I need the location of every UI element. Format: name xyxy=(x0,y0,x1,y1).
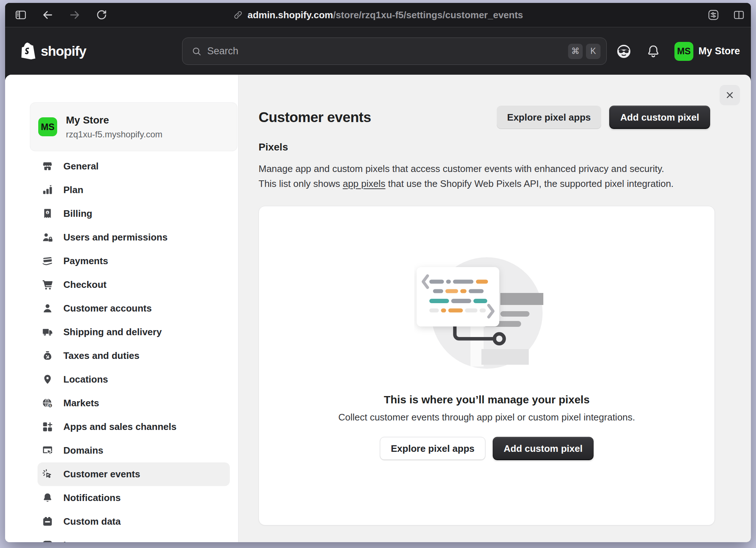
customer-events-icon xyxy=(42,469,53,480)
search-placeholder: Search xyxy=(207,46,568,57)
sidebar-item-taxes-and-duties[interactable]: Taxes and duties xyxy=(38,344,230,368)
sidebar-item-label: Apps and sales channels xyxy=(63,421,177,432)
page-header: Customer events Explore pixel apps Add c… xyxy=(259,106,710,129)
empty-state-actions: Explore pixel apps Add custom pixel xyxy=(380,437,593,460)
account-menu[interactable]: MS My Store xyxy=(674,42,740,61)
forward-icon[interactable] xyxy=(68,9,81,21)
languages-icon: A xyxy=(42,540,53,542)
checkout-icon xyxy=(42,279,53,290)
svg-text:$: $ xyxy=(47,211,48,214)
close-icon xyxy=(724,90,735,101)
sidebar-item-payments[interactable]: Payments xyxy=(38,249,230,273)
shopify-wordmark: shopify xyxy=(41,44,86,59)
storefront-icon xyxy=(42,161,53,172)
close-button[interactable] xyxy=(720,85,740,105)
sidebar-item-shipping-and-delivery[interactable]: Shipping and delivery xyxy=(38,320,230,344)
shopify-header: shopify Search ⌘ K MS My Store xyxy=(5,27,751,75)
sidebar-item-label: Locations xyxy=(63,374,108,385)
sidekick-icon[interactable] xyxy=(615,43,632,60)
empty-state-subtitle: Collect customer events through app pixe… xyxy=(338,412,635,423)
store-name: My Store xyxy=(66,114,162,126)
plan-icon xyxy=(42,184,53,196)
customer-events-page: Customer events Explore pixel apps Add c… xyxy=(239,75,751,542)
pixels-illustration xyxy=(414,250,560,383)
sidebar-item-label: Shipping and delivery xyxy=(63,326,162,338)
split-view-icon[interactable] xyxy=(733,9,745,21)
settings-nav: General Plan $ Billing Users and permiss… xyxy=(38,154,230,542)
sidebar-item-markets[interactable]: $ Markets xyxy=(38,391,230,415)
taxes-icon xyxy=(42,350,53,361)
back-icon[interactable] xyxy=(42,9,54,21)
store-card: MS My Store rzq1xu-f5.myshopify.com xyxy=(30,102,237,151)
notifications-bell-icon[interactable] xyxy=(646,44,661,59)
sidebar-item-apps-and-sales-channels[interactable]: Apps and sales channels xyxy=(38,415,230,439)
shopify-logo[interactable]: shopify xyxy=(21,27,86,75)
sidebar-item-label: Custom data xyxy=(63,516,121,527)
url-path: /store/rzq1xu-f5/settings/customer_event… xyxy=(333,9,523,20)
toolbar-actions-group xyxy=(707,9,751,21)
billing-icon: $ xyxy=(42,208,53,219)
explore-pixel-apps-button[interactable]: Explore pixel apps xyxy=(497,106,602,129)
sidebar-item-billing[interactable]: $ Billing xyxy=(38,202,230,226)
description-line2-post: that use the Shopify Web Pixels API, the… xyxy=(385,178,674,189)
store-meta: My Store rzq1xu-f5.myshopify.com xyxy=(66,114,162,140)
sidebar-item-label: General xyxy=(63,161,99,172)
store-avatar: MS xyxy=(674,42,693,61)
sidebar-item-languages[interactable]: A Languages xyxy=(38,533,230,542)
sidebar-item-label: Plan xyxy=(63,184,83,196)
sidebar-item-checkout[interactable]: Checkout xyxy=(38,273,230,297)
sidebar-item-locations[interactable]: Locations xyxy=(38,368,230,391)
reload-icon[interactable] xyxy=(95,9,108,21)
search-icon xyxy=(191,46,202,57)
store-domain: rzq1xu-f5.myshopify.com xyxy=(66,129,162,140)
custom-data-icon xyxy=(42,516,53,527)
apps-icon xyxy=(42,421,53,432)
customer-accounts-icon xyxy=(42,303,53,314)
header-actions: MS My Store xyxy=(615,27,740,75)
sidebar-item-label: Customer events xyxy=(63,469,140,480)
desktop: admin.shopify.com/store/rzq1xu-f5/settin… xyxy=(0,0,756,548)
sidebar-item-plan[interactable]: Plan xyxy=(38,178,230,202)
pixels-section-title: Pixels xyxy=(259,141,288,153)
sidebar-item-domains[interactable]: Domains xyxy=(38,439,230,462)
sidebar-item-label: Customer accounts xyxy=(63,303,152,314)
payments-icon xyxy=(42,255,53,267)
page-title: Customer events xyxy=(259,109,371,125)
k-key-badge: K xyxy=(586,44,601,59)
shopify-bag-icon xyxy=(21,42,37,60)
locations-icon xyxy=(42,374,53,385)
sidebar-toggle-icon[interactable] xyxy=(15,9,27,21)
sidebar-item-custom-data[interactable]: Custom data xyxy=(38,510,230,533)
sidebar-item-label: Checkout xyxy=(63,279,106,290)
customize-icon[interactable] xyxy=(707,9,720,21)
sidebar-item-label: Payments xyxy=(63,255,108,267)
app-pixels-link[interactable]: app pixels xyxy=(343,178,385,189)
sidebar-item-label: Markets xyxy=(63,398,99,409)
browser-toolbar: admin.shopify.com/store/rzq1xu-f5/settin… xyxy=(5,3,751,27)
pixels-description: Manage app and custom pixels that access… xyxy=(259,161,674,191)
markets-icon: $ xyxy=(42,398,53,409)
domains-icon xyxy=(42,445,53,456)
sidebar-item-users-and-permissions[interactable]: Users and permissions xyxy=(38,226,230,249)
sidebar-item-label: Taxes and duties xyxy=(63,350,139,361)
pixels-empty-card: This is where you’ll manage your pixels … xyxy=(259,206,715,525)
account-store-name: My Store xyxy=(698,46,740,57)
sidebar-item-general[interactable]: General xyxy=(38,154,230,178)
sidebar-item-notifications[interactable]: Notifications xyxy=(38,486,230,510)
description-line2-pre: This list only shows xyxy=(259,178,343,189)
empty-state-title: This is where you’ll manage your pixels xyxy=(384,394,590,406)
search-bar[interactable]: Search ⌘ K xyxy=(182,38,607,65)
sidebar-item-label: Notifications xyxy=(63,492,121,504)
sidebar-item-label: Billing xyxy=(63,208,92,219)
store-avatar: MS xyxy=(38,117,57,136)
description-line1: Manage app and custom pixels that access… xyxy=(259,163,664,174)
add-custom-pixel-button[interactable]: Add custom pixel xyxy=(609,106,710,129)
sidebar-item-customer-accounts[interactable]: Customer accounts xyxy=(38,297,230,320)
page-actions: Explore pixel apps Add custom pixel xyxy=(497,106,710,129)
address-bar[interactable]: admin.shopify.com/store/rzq1xu-f5/settin… xyxy=(233,3,523,27)
toolbar-nav-group xyxy=(5,9,108,21)
cmd-key-badge: ⌘ xyxy=(568,44,583,59)
sidebar-item-customer-events[interactable]: Customer events xyxy=(38,462,230,486)
explore-pixel-apps-button[interactable]: Explore pixel apps xyxy=(380,437,485,460)
add-custom-pixel-button[interactable]: Add custom pixel xyxy=(493,437,594,460)
